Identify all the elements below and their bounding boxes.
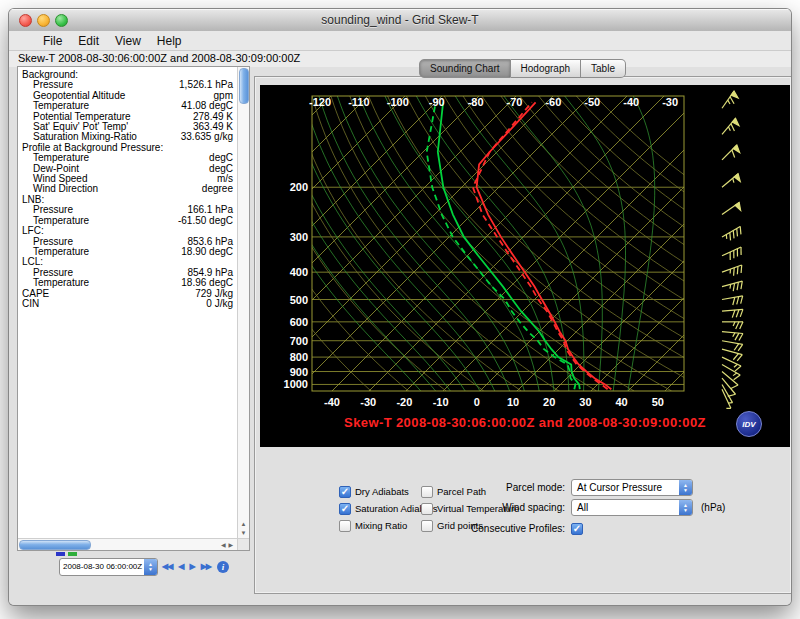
- svg-text:-110: -110: [348, 96, 369, 108]
- tab-hodograph[interactable]: Hodograph: [511, 59, 581, 78]
- svg-text:20: 20: [543, 396, 555, 408]
- consecutive-profiles-label: Consecutive Profiles:: [405, 523, 565, 534]
- idv-logo-text: IDV: [742, 420, 755, 429]
- saturation-adiabats-checkbox[interactable]: ✓: [339, 503, 351, 515]
- skewt-chart[interactable]: -120-110-100-90-80-70-60-50-40-30-40-30-…: [260, 85, 790, 447]
- wind-spacing-row: Wind spacing: All ▲▼ (hPa): [405, 499, 725, 516]
- spinner-icon[interactable]: ▲▼: [679, 480, 692, 495]
- spinner-icon[interactable]: ▲▼: [679, 500, 692, 515]
- wind-spacing-unit: (hPa): [701, 502, 725, 513]
- info-row: Temperature18.96 degC: [22, 278, 233, 288]
- tab-sounding-chart[interactable]: Sounding Chart: [419, 59, 511, 78]
- svg-text:-70: -70: [507, 96, 523, 108]
- vertical-scrollbar[interactable]: ▲▼: [237, 67, 249, 539]
- go-to-first-button[interactable]: ◀◀: [162, 559, 172, 574]
- svg-text:900: 900: [290, 366, 308, 378]
- profile-swatch: [56, 552, 65, 556]
- svg-text:700: 700: [290, 335, 308, 347]
- horizontal-scrollbar[interactable]: ◀▶: [18, 538, 238, 550]
- sounding-chart-pane: -120-110-100-90-80-70-60-50-40-30-40-30-…: [254, 76, 792, 594]
- svg-text:-120: -120: [309, 96, 331, 108]
- zoom-button[interactable]: [55, 14, 68, 27]
- svg-text:-30: -30: [360, 396, 376, 408]
- profile-swatch: [68, 552, 77, 556]
- checkbox-label: Dry Adiabats: [355, 486, 409, 497]
- scrollbar-corner: [237, 538, 249, 550]
- parcel-mode-label: Parcel mode:: [405, 482, 565, 493]
- scrollbar-thumb[interactable]: [19, 540, 91, 550]
- menu-view[interactable]: View: [107, 34, 149, 48]
- svg-text:30: 30: [579, 396, 591, 408]
- svg-text:40: 40: [615, 396, 627, 408]
- window-title: sounding_wind - Grid Skew-T: [9, 9, 791, 31]
- scrollbar-arrows-icon[interactable]: ◀▶: [216, 539, 238, 550]
- checkbox-label: Mixing Ratio: [355, 520, 407, 531]
- svg-text:300: 300: [290, 231, 308, 243]
- wind-spacing-label: Wind spacing:: [405, 502, 565, 513]
- svg-text:500: 500: [290, 294, 308, 306]
- svg-text:-80: -80: [468, 96, 484, 108]
- screen: { "window": { "title": "sounding_wind - …: [0, 0, 800, 619]
- menu-help[interactable]: Help: [149, 34, 190, 48]
- consecutive-profiles-row: Consecutive Profiles: ✓: [405, 520, 587, 537]
- svg-text:-20: -20: [396, 396, 412, 408]
- info-row: Wind Directiondegree: [22, 184, 233, 194]
- mixing-ratio-checkbox[interactable]: [339, 520, 351, 532]
- spinner-icon[interactable]: ▲▼: [144, 559, 157, 575]
- svg-text:200: 200: [290, 181, 308, 193]
- scrollbar-arrows-icon[interactable]: ▲▼: [238, 519, 249, 539]
- app-window: sounding_wind - Grid Skew-T FileEditView…: [8, 8, 792, 606]
- info-row: Temperature-61.50 degC: [22, 216, 233, 226]
- menu-edit[interactable]: Edit: [70, 34, 107, 48]
- profile-color-legend: [56, 552, 77, 556]
- tab-table[interactable]: Table: [581, 59, 626, 78]
- close-button[interactable]: [19, 14, 32, 27]
- parcel-mode-value: At Cursor Pressure: [572, 480, 692, 495]
- svg-text:0: 0: [474, 396, 480, 408]
- parcel-mode-row: Parcel mode: At Cursor Pressure ▲▼: [405, 479, 693, 496]
- menu-file[interactable]: File: [35, 34, 70, 48]
- idv-logo: IDV: [736, 411, 762, 437]
- dry-adiabats-checkbox[interactable]: ✓: [339, 486, 351, 498]
- minimize-button[interactable]: [37, 14, 50, 27]
- svg-text:-40: -40: [623, 96, 639, 108]
- skewt-plot: -120-110-100-90-80-70-60-50-40-30-40-30-…: [260, 85, 790, 447]
- info-row: CAPE729 J/kg: [22, 289, 233, 299]
- svg-text:-30: -30: [662, 96, 678, 108]
- chart-caption: Skew-T 2008-08-30:06:00:00Z and 2008-08-…: [260, 415, 790, 430]
- sounding-info-list: Background:Pressure1,526.1 hPaGeopotenti…: [18, 67, 238, 539]
- info-row: CIN0 J/kg: [22, 299, 233, 309]
- svg-text:1000: 1000: [284, 378, 308, 390]
- step-forward-button[interactable]: ▶: [189, 559, 194, 574]
- wind-spacing-value: All: [572, 500, 692, 515]
- svg-text:-60: -60: [545, 96, 561, 108]
- time-selector[interactable]: 2008-08-30 06:00:00Z ▲▼: [59, 558, 158, 576]
- wind-spacing-select[interactable]: All ▲▼: [571, 499, 693, 516]
- svg-text:-10: -10: [433, 396, 449, 408]
- info-row: LFC:: [22, 226, 233, 236]
- svg-text:800: 800: [290, 351, 308, 363]
- svg-text:-100: -100: [387, 96, 409, 108]
- menu-bar: FileEditViewHelp: [9, 31, 791, 51]
- scrollbar-thumb[interactable]: [239, 68, 249, 104]
- svg-text:400: 400: [290, 266, 308, 278]
- svg-text:50: 50: [652, 396, 664, 408]
- consecutive-profiles-checkbox[interactable]: ✓: [571, 523, 583, 535]
- step-back-button[interactable]: ◀: [178, 559, 183, 574]
- parcel-mode-select[interactable]: At Cursor Pressure ▲▼: [571, 479, 693, 496]
- animation-controls: ◀◀◀▶▶▶i: [162, 559, 229, 574]
- svg-text:-50: -50: [584, 96, 600, 108]
- title-bar[interactable]: sounding_wind - Grid Skew-T: [9, 9, 791, 32]
- sounding-info-panel: Background:Pressure1,526.1 hPaGeopotenti…: [17, 66, 250, 551]
- svg-text:-90: -90: [429, 96, 445, 108]
- time-value: 2008-08-30 06:00:00Z: [60, 559, 157, 574]
- go-to-last-button[interactable]: ▶▶: [201, 559, 211, 574]
- svg-text:-40: -40: [324, 396, 340, 408]
- animation-properties-button[interactable]: i: [217, 561, 229, 573]
- svg-text:600: 600: [290, 316, 308, 328]
- svg-text:10: 10: [507, 396, 519, 408]
- info-row: Temperature18.90 degC: [22, 247, 233, 257]
- view-tabs: Sounding ChartHodographTable: [254, 59, 791, 78]
